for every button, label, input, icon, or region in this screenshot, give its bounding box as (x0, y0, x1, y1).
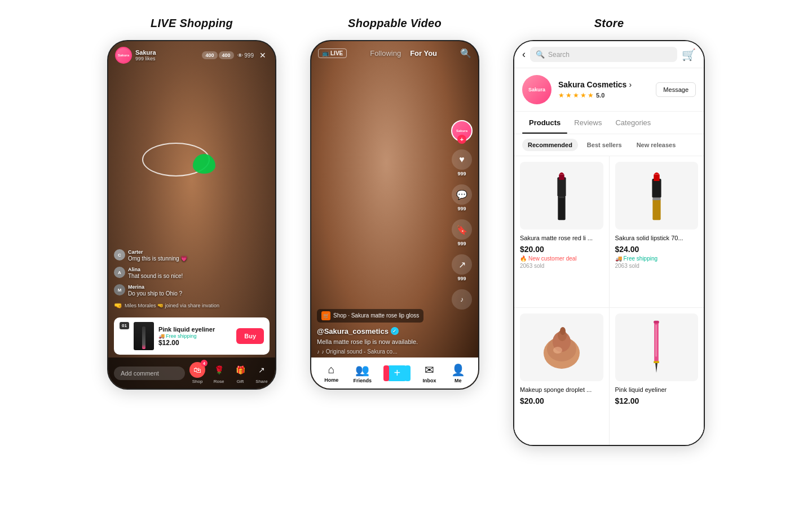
product-3-title: Makeup sponge droplet ... (520, 386, 603, 394)
live-nav-gift[interactable]: 🎁 Gift (232, 362, 248, 384)
live-top-bar: Sakura Sakura 999 likes 400 (115, 47, 268, 64)
product-1-price: $20.00 (520, 245, 603, 254)
live-bottom-nav: Add comment 🛍 4 Shop 🌹 Rose (108, 357, 275, 389)
share-count: 999 (457, 276, 466, 281)
live-right-controls: 400 400 👁 999 ✕ (202, 50, 268, 61)
gift-icon: 🎁 (232, 362, 248, 378)
main-container: LIVE Shopping Sakura Sakura 999 likes (0, 0, 812, 457)
store-phone-frame: ‹ 🔍 Search 🛒 Sakura Sakura Cosmetics (513, 40, 705, 446)
product-4-title: Pink liquid eyeliner (615, 386, 699, 394)
live-name-badge: Sakura 999 likes (135, 49, 156, 61)
live-username: Sakura (135, 49, 156, 56)
gift-label: Gift (237, 379, 244, 384)
chat-msg-text-2: That sound is so nice! (128, 272, 183, 280)
lipstick-red-svg (647, 169, 667, 223)
shop-icon: 🛍 4 (189, 362, 205, 378)
svg-point-13 (553, 347, 562, 354)
live-follower-2: 400 (219, 51, 234, 59)
store-back-button[interactable]: ‹ (522, 48, 526, 60)
store-search-box[interactable]: 🔍 Search (530, 47, 677, 62)
shoppable-video-section: Shoppable Video 📺 LIVE Following For You… (310, 17, 479, 390)
chat-join-message: 🤜 Miles Morales 🤜 joined via share invat… (114, 302, 227, 310)
product-name: Pink liquid eyeliner (158, 325, 232, 333)
video-nav-friends[interactable]: 👥 Friends (353, 363, 372, 383)
video-phone-frame: 📺 LIVE Following For You 🔍 Sakura + (310, 40, 479, 390)
product-3-price: $20.00 (520, 396, 603, 405)
store-tabs: Products Reviews Categories (514, 112, 704, 134)
buy-button[interactable]: Buy (236, 328, 264, 344)
video-nav-add[interactable]: + (386, 365, 408, 381)
video-like-button[interactable]: ♥ 999 (452, 149, 472, 176)
store-stars: ★ ★ ★ ★ ★ 5.0 (558, 91, 649, 99)
product-info: Pink liquid eyeliner 🚚 Free shipping $12… (158, 325, 232, 347)
live-nav-share[interactable]: ↗ Share (254, 362, 270, 384)
chat-msg-text-3: Do you ship to Ohio ? (128, 290, 182, 297)
product-card-2[interactable]: Sakura solid lipstick 70... $24.00 🚚 Fre… (610, 156, 704, 307)
like-icon: ♥ (452, 149, 472, 170)
message-button[interactable]: Message (656, 82, 696, 97)
product-card-1[interactable]: Sakura matte rose red li ... $20.00 🔥 Ne… (514, 156, 609, 307)
star-2: ★ (566, 91, 572, 99)
product-image (134, 322, 154, 350)
home-label: Home (324, 377, 338, 383)
video-background: 📺 LIVE Following For You 🔍 Sakura + (311, 41, 478, 389)
svg-rect-3 (559, 174, 564, 180)
store-name-arrow: › (629, 80, 632, 89)
bookmark-icon: 🔖 (452, 219, 472, 240)
tab-reviews[interactable]: Reviews (567, 112, 608, 134)
product-card-3[interactable]: Makeup sponge droplet ... $20.00 (514, 308, 609, 445)
live-chat: C Carter Omg this is stunning 💗 A Alina … (114, 249, 227, 310)
tiktok-icon: ♪ (452, 289, 472, 310)
video-bottom-content: 🛒 Shop · Sakura matte rose lip gloss @Sa… (317, 309, 447, 355)
me-icon: 👤 (451, 363, 465, 377)
video-creator-avatar[interactable]: Sakura + (451, 120, 473, 142)
video-nav-inbox[interactable]: ✉ Inbox (423, 363, 436, 383)
video-nav-me[interactable]: 👤 Me (451, 363, 465, 383)
video-comment-button[interactable]: 💬 999 (452, 184, 472, 211)
tab-products[interactable]: Products (522, 112, 567, 134)
tab-categories[interactable]: Categories (608, 112, 657, 134)
store-avatar: Sakura (522, 75, 551, 104)
like-count: 999 (457, 171, 466, 176)
svg-rect-4 (652, 198, 660, 220)
live-background: Sakura Sakura 999 likes 400 (108, 41, 275, 389)
store-top-bar: ‹ 🔍 Search 🛒 (514, 41, 704, 68)
live-user-info: Sakura Sakura 999 likes (115, 47, 156, 64)
star-3: ★ (573, 91, 579, 99)
add-button[interactable]: + (386, 365, 408, 381)
video-tab-following[interactable]: Following (370, 49, 401, 58)
live-phone-frame: Sakura Sakura 999 likes 400 (107, 40, 276, 390)
video-tiktok-button[interactable]: ♪ (452, 289, 472, 310)
live-avatar-text: Sakura (118, 54, 129, 57)
ship-icon-2: 🚚 (615, 255, 622, 262)
comment-input[interactable]: Add comment (114, 367, 185, 380)
video-nav-home[interactable]: ⌂ Home (324, 363, 338, 383)
share-action-icon: ↗ (452, 254, 472, 275)
subtab-newreleases[interactable]: New releases (631, 139, 682, 151)
product-card-4[interactable]: Pink liquid eyeliner $12.00 (610, 308, 704, 445)
subtab-bestsellers[interactable]: Best sellers (581, 139, 628, 151)
live-close-button[interactable]: ✕ (257, 50, 268, 61)
shop-banner-text: Shop · Sakura matte rose lip gloss (333, 312, 419, 319)
video-search-icon[interactable]: 🔍 (460, 48, 471, 59)
product-2-deal: 🚚 Free shipping (615, 255, 699, 262)
video-bookmark-button[interactable]: 🔖 999 (452, 219, 472, 246)
live-nav-shop[interactable]: 🛍 4 Shop (189, 362, 205, 384)
live-nav-rose[interactable]: 🌹 Rose (211, 362, 227, 384)
shop-badge: 4 (201, 360, 208, 367)
subtab-recommended[interactable]: Recommended (522, 139, 578, 151)
product-2-title: Sakura solid lipstick 70... (615, 234, 699, 242)
video-tab-foryou[interactable]: For You (410, 49, 437, 58)
lipstick-dark-svg (550, 169, 573, 223)
video-share-button[interactable]: ↗ 999 (452, 254, 472, 281)
live-icon: 📺 (322, 50, 329, 56)
comment-icon: 💬 (452, 184, 472, 205)
chat-message-2: A Alina That sound is so nice! (114, 267, 227, 280)
store-avatar-text: Sakura (528, 87, 545, 92)
cart-icon[interactable]: 🛒 (682, 48, 696, 61)
shop-banner[interactable]: 🛒 Shop · Sakura matte rose lip gloss (317, 309, 423, 323)
product-1-deal: 🔥 New customer deal (520, 255, 603, 262)
shop-cart-icon: 🛒 (321, 311, 330, 320)
store-section: Store ‹ 🔍 Search 🛒 Sakura (513, 17, 705, 446)
video-top-bar: 📺 LIVE Following For You 🔍 (318, 48, 471, 59)
